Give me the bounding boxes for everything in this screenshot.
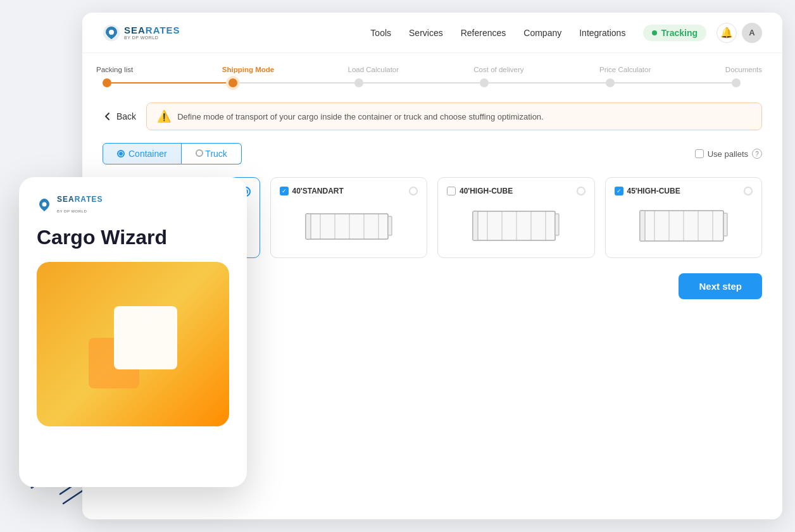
- step-dot-shipping-mode: [228, 78, 237, 87]
- container-mode-button[interactable]: Container: [103, 143, 182, 164]
- floating-cargo-wizard-card: SEARATES BY DP WORLD Cargo Wizard: [19, 177, 247, 487]
- step-label-packing-list: Packing list: [96, 66, 133, 73]
- back-button[interactable]: Back: [103, 111, 136, 121]
- step-cost-delivery: Cost of delivery: [480, 66, 606, 87]
- floating-logo-icon: [37, 197, 52, 213]
- mode-buttons: Container Truck: [103, 143, 242, 164]
- svg-line-4: [63, 491, 82, 504]
- avatar-label: A: [749, 28, 754, 37]
- card-radio-45hc: [744, 187, 753, 195]
- logo-text: SEARATES BY DP WORLD: [124, 25, 180, 40]
- nav-company[interactable]: Company: [523, 28, 561, 38]
- svg-rect-22: [388, 216, 392, 235]
- svg-rect-38: [723, 213, 727, 236]
- card-label-40std: 40'STANDART: [292, 187, 344, 195]
- svg-rect-31: [640, 211, 723, 241]
- alert-icon: ⚠️: [157, 109, 171, 123]
- truck-mode-button[interactable]: Truck: [182, 143, 242, 164]
- container-card-40std[interactable]: 40'STANDART: [270, 177, 428, 258]
- stepper: Packing list Shipping Mode Load Calculat…: [82, 53, 782, 102]
- card-img-inner: [76, 287, 190, 401]
- bell-button[interactable]: 🔔: [717, 23, 737, 43]
- bell-icon: 🔔: [720, 27, 733, 39]
- step-dot-packing-list: [103, 78, 111, 87]
- pallets-checkbox[interactable]: [695, 149, 704, 158]
- step-label-load-calculator: Load Calculator: [348, 66, 399, 73]
- floating-card-logo: SEARATES BY DP WORLD: [37, 195, 229, 215]
- step-label-cost-delivery: Cost of delivery: [473, 66, 523, 73]
- back-arrow-icon: [103, 111, 113, 121]
- container-img-40std: [280, 203, 418, 247]
- step-load-calculator: Load Calculator: [354, 66, 480, 87]
- step-documents: Documents: [732, 66, 762, 87]
- step-label-price-calculator: Price Calculator: [599, 66, 651, 73]
- avatar-button[interactable]: A: [742, 23, 762, 43]
- checkbox-checked-40std: [280, 187, 289, 195]
- container-radio: [117, 150, 125, 158]
- tracking-label: Tracking: [661, 28, 698, 38]
- step-dot-price-calculator: [606, 78, 615, 87]
- truck-radio: [196, 149, 203, 157]
- card-checkbox-45hc: 45'HIGH-CUBE: [615, 187, 680, 195]
- navbar: SEARATES BY DP WORLD Tools Services Refe…: [82, 13, 782, 53]
- step-packing-list: Packing list: [103, 66, 228, 87]
- container-card-45hc[interactable]: 45'HIGH-CUBE: [605, 177, 763, 258]
- step-line-2: [237, 82, 354, 84]
- pallets-label: Use pallets: [708, 149, 748, 159]
- card-label-45hc: 45'HIGH-CUBE: [627, 187, 680, 195]
- svg-rect-32: [640, 211, 645, 241]
- svg-rect-30: [555, 214, 559, 235]
- nav-services[interactable]: Services: [409, 28, 443, 38]
- step-label-documents: Documents: [725, 66, 762, 73]
- back-button-label: Back: [116, 111, 136, 121]
- nav-integrations[interactable]: Integrations: [579, 28, 625, 38]
- alert-text: Define mode of transport of your cargo i…: [177, 112, 544, 121]
- alert-bar: ⚠️ Define mode of transport of your carg…: [146, 102, 762, 130]
- mode-selector: Container Truck Use pallets ?: [103, 143, 762, 164]
- nav-tracking[interactable]: Tracking: [643, 25, 706, 41]
- container-img-40hc: [447, 203, 585, 247]
- nav-links: Tools Services References Company Integr…: [370, 28, 625, 38]
- container-img-45hc: [615, 203, 753, 247]
- card-label-40hc: 40'HIGH-CUBE: [460, 187, 513, 195]
- svg-rect-15: [306, 214, 388, 239]
- card-checkbox-40std: 40'STANDART: [280, 187, 344, 195]
- nav-references[interactable]: References: [461, 28, 506, 38]
- checkbox-checked-45hc: [615, 187, 623, 195]
- step-line-5: [615, 82, 732, 84]
- nav-tools[interactable]: Tools: [370, 28, 391, 38]
- step-dot-documents: [732, 78, 741, 87]
- truck-label: Truck: [205, 149, 227, 159]
- floating-logo-text: SEARATES BY DP WORLD: [57, 195, 103, 215]
- svg-point-39: [42, 202, 47, 207]
- container-label: Container: [128, 149, 167, 159]
- floating-card-image: [37, 262, 229, 426]
- step-dot-load-calculator: [354, 78, 363, 87]
- use-pallets[interactable]: Use pallets ?: [695, 149, 762, 159]
- card-checkbox-40hc: 40'HIGH-CUBE: [447, 187, 513, 195]
- step-line-3: [363, 82, 480, 84]
- svg-point-6: [109, 30, 114, 35]
- card-radio-40hc: [577, 187, 585, 195]
- step-dot-cost-delivery: [480, 78, 489, 87]
- step-shipping-mode: Shipping Mode: [228, 66, 354, 87]
- container-card-40hc[interactable]: 40'HIGH-CUBE: [437, 177, 595, 258]
- step-line-1: [111, 82, 228, 84]
- next-step-button[interactable]: Next step: [679, 273, 762, 299]
- svg-rect-24: [473, 211, 478, 240]
- card-radio-40std: [409, 187, 418, 195]
- logo: SEARATES BY DP WORLD: [103, 24, 180, 42]
- tracking-dot: [652, 30, 657, 35]
- step-line-4: [489, 82, 606, 84]
- pallets-help-icon[interactable]: ?: [752, 149, 762, 159]
- floating-card-title: Cargo Wizard: [37, 225, 229, 249]
- back-alert-row: Back ⚠️ Define mode of transport of your…: [103, 102, 762, 130]
- step-price-calculator: Price Calculator: [606, 66, 732, 87]
- checkbox-unchecked-40hc: [447, 187, 456, 195]
- svg-rect-16: [306, 214, 311, 239]
- logo-icon: [103, 24, 120, 42]
- svg-rect-23: [473, 211, 555, 240]
- step-label-shipping-mode: Shipping Mode: [222, 66, 274, 73]
- white-square: [114, 306, 177, 369]
